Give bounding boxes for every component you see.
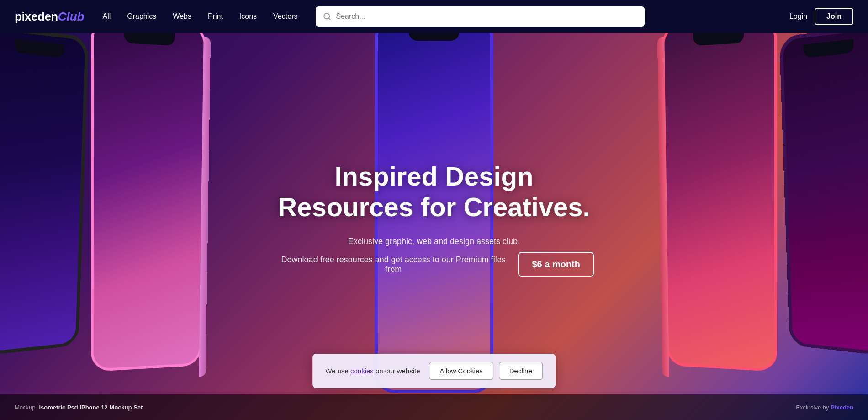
nav-print[interactable]: Print xyxy=(201,9,230,24)
hero-subtitle-line1: Exclusive graphic, web and design assets… xyxy=(274,235,594,248)
allow-cookies-button[interactable]: Allow Cookies xyxy=(429,362,493,380)
price-button[interactable]: $6 a month xyxy=(518,252,594,277)
phone-mockup-5 xyxy=(779,25,868,356)
bottom-bar: Mockup Isometric Psd iPhone 12 Mockup Se… xyxy=(0,394,868,420)
logo-text-main: pixeden xyxy=(15,10,58,24)
search-box xyxy=(316,6,645,27)
join-button[interactable]: Join xyxy=(815,8,853,25)
search-input[interactable] xyxy=(336,12,637,21)
nav-icons[interactable]: Icons xyxy=(232,9,264,24)
search-wrap xyxy=(316,6,645,27)
cookie-message-suffix: on our website xyxy=(376,367,420,375)
logo-text-club: Club xyxy=(58,10,85,24)
hero-cta-text: Download free resources and get access t… xyxy=(274,255,513,274)
phone-mockup-2 xyxy=(91,18,206,372)
nav-right: Login Join xyxy=(789,8,853,25)
bottom-exclusive-text: Exclusive by xyxy=(796,404,829,411)
login-button[interactable]: Login xyxy=(789,12,807,21)
cookie-message-prefix: We use xyxy=(325,367,349,375)
nav-links: All Graphics Webs Print Icons Vectors xyxy=(95,9,305,24)
cookie-buttons: Allow Cookies Decline xyxy=(429,362,543,380)
logo[interactable]: pixedenClub xyxy=(15,10,85,24)
bottom-category-label: Mockup xyxy=(15,404,36,411)
nav-all[interactable]: All xyxy=(95,9,118,24)
nav-graphics[interactable]: Graphics xyxy=(120,9,164,24)
decline-cookies-button[interactable]: Decline xyxy=(499,362,543,380)
nav-vectors[interactable]: Vectors xyxy=(266,9,305,24)
search-icon xyxy=(323,12,331,21)
svg-line-1 xyxy=(329,18,330,19)
nav-webs[interactable]: Webs xyxy=(165,9,199,24)
cookie-link[interactable]: cookies xyxy=(350,367,374,375)
bottom-brand-name[interactable]: Pixeden xyxy=(831,404,853,411)
hero-title: Inspired Design Resources for Creatives. xyxy=(274,161,594,222)
hero-content: Inspired Design Resources for Creatives.… xyxy=(274,143,594,277)
cookie-banner: We use cookies on our website Allow Cook… xyxy=(312,354,556,388)
navbar: pixedenClub All Graphics Webs Print Icon… xyxy=(0,0,868,33)
bottom-exclusive-label: Exclusive by Pixeden xyxy=(796,404,853,411)
phone-mockup-1 xyxy=(0,25,89,356)
hero-cta-row: Download free resources and get access t… xyxy=(274,252,594,277)
bottom-item-title[interactable]: Isometric Psd iPhone 12 Mockup Set xyxy=(39,404,143,411)
phone-mockup-4 xyxy=(662,18,777,372)
cookie-message: We use cookies on our website xyxy=(325,367,420,375)
